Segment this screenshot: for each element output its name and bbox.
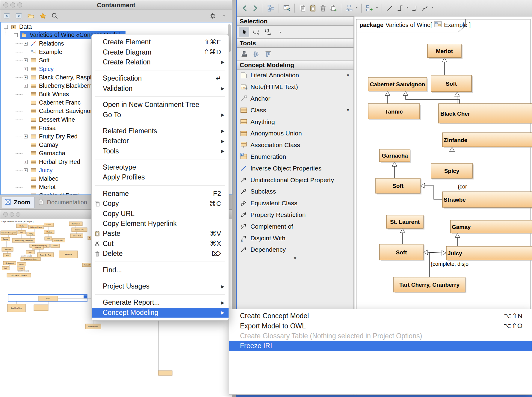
dropdown-caret-icon[interactable]: ▼ [346, 73, 350, 78]
layout-hierarchy-icon[interactable] [344, 3, 354, 13]
assign-diagram-icon[interactable] [282, 3, 292, 13]
paste-icon[interactable] [308, 3, 318, 13]
zoom-button[interactable] [16, 212, 20, 217]
menu-item-validation[interactable]: Validation▶ [92, 84, 229, 93]
nav-forward-icon[interactable] [250, 3, 260, 13]
menu-item-create-diagram[interactable]: Create Diagram⇧⌘D [92, 47, 229, 57]
palette-item-literal-annotation[interactable]: Literal Annotation▼ [237, 70, 353, 81]
zoom-button[interactable] [17, 2, 22, 7]
palette-item-anchor[interactable]: Anchor [237, 93, 353, 105]
menu-item-generate-report[interactable]: Generate Report...▶ [92, 298, 229, 307]
menu-item-open-in-new-containment-tree[interactable]: Open in New Containment Tree [92, 100, 229, 110]
menu-item-tools[interactable]: Tools▶ [92, 146, 229, 156]
layout-hierarchy-dropdown-caret-icon[interactable] [355, 5, 359, 11]
tab-documentation[interactable]: Documentation [36, 197, 91, 208]
tab-zoom[interactable]: Zoom [2, 197, 34, 208]
marquee-tool[interactable] [251, 27, 261, 37]
menu-item-rename[interactable]: RenameF2 [92, 189, 229, 199]
settings-gear-icon[interactable] [208, 11, 217, 21]
menu-item-copy-element-hyperlink[interactable]: Copy Element Hyperlink [92, 219, 229, 229]
submenu-item-freeze-iri[interactable]: Freeze IRI [229, 341, 532, 351]
expand-toggle[interactable]: + [24, 135, 28, 138]
submenu-item-create-concept-model[interactable]: Create Concept Model⌥⇧N [229, 311, 532, 321]
minimize-button[interactable] [10, 2, 15, 7]
expand-toggle[interactable]: + [24, 168, 28, 172]
palette-item-enumeration[interactable]: EEnumeration [237, 151, 353, 163]
menu-item-specification[interactable]: Specification↵ [92, 73, 229, 83]
palette-item-complement-of[interactable]: cComplement of [237, 221, 353, 232]
menu-item-delete[interactable]: Delete⌦ [92, 249, 229, 259]
menu-item-cut[interactable]: Cut⌘X [92, 239, 229, 249]
menu-item-related-elements[interactable]: Related Elements▶ [92, 126, 229, 136]
marquee-multi-tool[interactable] [263, 27, 273, 37]
palette-item-dependency[interactable]: Dependency [237, 244, 353, 256]
quick-layout-dropdown-caret-icon[interactable] [375, 5, 379, 11]
class-box-spicy[interactable]: Spicy [431, 163, 474, 179]
expand-toggle[interactable]: + [24, 42, 28, 46]
close-button[interactable] [3, 212, 8, 217]
search-icon[interactable] [50, 11, 60, 21]
palette-item-subclass[interactable]: Subclass [237, 186, 353, 197]
class-box-soft-top[interactable]: Soft [431, 75, 473, 93]
caret-down-tool[interactable] [275, 27, 285, 37]
palette-item-note-html-text[interactable]: HTMLNote(HTML Text) [237, 81, 353, 93]
palette-item-equivalent-class[interactable]: Equivalent Class [237, 197, 353, 209]
menu-item-stereotype[interactable]: Stereotype [92, 162, 229, 172]
path-oblique-icon[interactable] [385, 3, 395, 13]
palette-item-anything[interactable]: Anything [237, 116, 353, 128]
expand-toggle[interactable]: + [24, 67, 28, 71]
submenu-item-create-glossary-table-nothing-selected-in-project-options[interactable]: Create Glossary Table (Nothing selected … [229, 331, 532, 341]
class-box-cabernet-sauvignon[interactable]: Cabernet Sauvignon [368, 77, 428, 92]
class-box-strawberry[interactable]: Strawbe [442, 192, 532, 209]
trash-icon[interactable] [318, 3, 328, 13]
menu-item-go-to[interactable]: Go To▶ [92, 110, 229, 120]
next-view-icon[interactable] [14, 11, 24, 21]
class-box-juicy[interactable]: Juicy [446, 246, 532, 261]
expand-toggle[interactable]: + [24, 160, 28, 164]
caret-down-icon[interactable] [219, 11, 229, 21]
dropdown-caret-icon[interactable]: ▼ [346, 108, 350, 112]
submenu-item-export-model-to-owl[interactable]: Export Model to OWL⌥⇧O [229, 321, 532, 331]
class-box-gamay[interactable]: Gamay [451, 220, 532, 234]
open-folder-icon[interactable] [26, 11, 36, 21]
menu-item-apply-profiles[interactable]: Apply Profiles [92, 172, 229, 182]
copy-icon[interactable] [297, 3, 308, 13]
class-box-tannic[interactable]: Tannic [368, 104, 421, 120]
class-box-merlot[interactable]: Merlot [427, 44, 463, 59]
class-box-black-cherry[interactable]: Black Cher [439, 104, 532, 124]
expand-toggle[interactable]: − [4, 25, 8, 29]
path-rectilinear-icon[interactable] [395, 3, 405, 13]
close-button[interactable] [3, 2, 8, 7]
class-box-garnacha[interactable]: Garnacha [380, 149, 411, 163]
generalization-edge[interactable] [406, 96, 460, 104]
menu-item-find[interactable]: Find... [92, 265, 229, 275]
align-middle-tool[interactable] [251, 49, 261, 59]
duplicate-icon[interactable] [328, 3, 338, 13]
nav-back-icon[interactable] [240, 3, 250, 13]
generalization-edge[interactable] [425, 186, 442, 199]
path-rounded-icon[interactable] [409, 3, 420, 13]
more-items-icon[interactable]: ▼ [237, 256, 353, 264]
minimap-viewport-handle[interactable] [84, 295, 87, 298]
palette-item-class[interactable]: Class▼ [237, 104, 353, 116]
menu-item-copy[interactable]: Copy⌘C [92, 199, 229, 209]
generalization-set-label[interactable]: {cor [458, 184, 467, 190]
palette-item-unidirectional-object-property[interactable]: Unidirectional Object Property [237, 174, 353, 186]
menu-item-project-usages[interactable]: Project Usages▶ [92, 281, 229, 291]
palette-item-association-class[interactable]: Association Class [237, 139, 353, 151]
palette-item-anonymous-union[interactable]: Anonymous Union [237, 128, 353, 139]
align-top-tool[interactable] [263, 49, 273, 59]
menu-item-create-element[interactable]: Create Element⇧⌘E [92, 37, 229, 47]
class-box-soft-low[interactable]: Soft [380, 244, 424, 261]
cursor-tool[interactable] [239, 27, 249, 37]
tree-item-data[interactable]: −Data [1, 22, 232, 31]
stamp-tool[interactable] [239, 49, 249, 59]
class-box-st-laurent[interactable]: St. Laurent [386, 215, 424, 230]
generalization-set-label[interactable]: {complete, disjo [431, 261, 468, 267]
menu-item-paste[interactable]: Paste⌘V [92, 229, 229, 238]
expand-toggle[interactable]: − [14, 33, 18, 37]
path-curve-icon[interactable] [420, 3, 430, 13]
palette-item-inverse-object-properties[interactable]: Inverse Object Properties [237, 162, 353, 174]
menu-item-refactor[interactable]: Refactor▶ [92, 136, 229, 146]
path-rectilinear-dropdown-caret-icon[interactable] [406, 5, 409, 11]
